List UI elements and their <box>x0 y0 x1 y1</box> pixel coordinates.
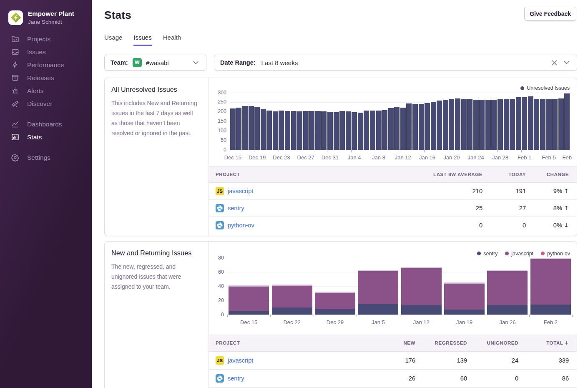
change-cell: 8% ↑ <box>526 200 577 217</box>
bar-Jan 13 <box>406 93 412 150</box>
bar-Dec 20 <box>261 93 266 150</box>
panel-unresolved-summary: All Unresolved Issues This includes New … <box>105 78 209 236</box>
bar-Jan 4 <box>352 93 357 150</box>
sidebar-item-projects[interactable]: Projects <box>0 33 92 45</box>
x-axis-label: Dec 27 <box>297 154 314 161</box>
y-axis-label: 100 <box>209 128 226 134</box>
sidebar-item-label: Performance <box>27 61 64 69</box>
legend-label: sentry <box>483 251 498 257</box>
panel-unresolved-description: This includes New and Returning issues i… <box>111 98 198 138</box>
project-link[interactable]: javascript <box>228 357 253 364</box>
bar-segment-Unresolved Issues <box>358 113 363 150</box>
bar-Jan 23 <box>467 93 472 150</box>
bar-Jan 8 <box>376 93 382 150</box>
sidebar-item-performance[interactable]: Performance <box>0 58 92 71</box>
legend-item-python-ov[interactable]: python-ov <box>541 251 570 257</box>
table-cell: 27 <box>482 200 526 217</box>
panel-all-unresolved-issues: All Unresolved Issues This includes New … <box>104 78 577 236</box>
x-axis-label: Feb <box>563 154 572 161</box>
bar-segment-Unresolved Issues <box>491 100 497 150</box>
bar-Jan 1 <box>334 93 339 150</box>
tab-usage[interactable]: Usage <box>104 34 122 46</box>
project-link[interactable]: python-ov <box>228 222 254 229</box>
bar-Dec 29 <box>315 93 321 150</box>
sidebar-item-label: Alerts <box>27 87 44 95</box>
bar-Jan 14 <box>412 93 418 150</box>
bar-Dec 22 <box>272 258 312 315</box>
bar-segment-Unresolved Issues <box>273 111 278 150</box>
table-row-javascript: JSjavascript2101919% ↑ <box>209 183 577 200</box>
legend-dot <box>520 86 524 90</box>
nav-section: DashboardsStats <box>0 118 92 144</box>
bar-segment-Unresolved Issues <box>230 108 236 150</box>
sidebar-item-settings[interactable]: Settings <box>0 151 92 164</box>
bar-Jan 26 <box>485 93 491 150</box>
x-axis-tick <box>497 150 498 152</box>
bar-segment-sentry <box>401 305 442 315</box>
archive-icon <box>11 74 19 82</box>
bar-Jan 3 <box>346 93 351 150</box>
siren-icon <box>11 87 19 95</box>
sidebar-item-discover[interactable]: Discover <box>0 97 92 110</box>
sidebar-item-stats[interactable]: Stats <box>0 131 92 144</box>
bar-Dec 15 <box>229 258 269 315</box>
bar-Dec 17 <box>242 93 248 150</box>
x-axis-tick <box>564 150 564 152</box>
x-axis-tick <box>351 150 352 152</box>
bar-segment-Unresolved Issues <box>406 103 412 150</box>
change-cell: 9% ↑ <box>526 183 577 200</box>
bar-Feb 6 <box>552 93 558 150</box>
bar-segment-Unresolved Issues <box>364 111 369 150</box>
legend-item-javascript[interactable]: javascript <box>505 251 533 257</box>
clear-icon[interactable] <box>550 58 559 67</box>
sidebar-item-releases[interactable]: Releases <box>0 71 92 84</box>
tab-issues[interactable]: Issues <box>133 34 151 46</box>
bar-segment-Unresolved Issues <box>510 99 515 150</box>
team-filter-label: Team: <box>111 59 128 66</box>
bar-segment-Unresolved Issues <box>254 107 260 150</box>
give-feedback-button[interactable]: Give Feedback <box>524 7 576 21</box>
column-header-total[interactable]: Total↓ <box>518 335 577 351</box>
date-range-filter[interactable]: Date Range: Last 8 weeks <box>214 55 577 71</box>
org-switcher[interactable]: Empower Plant Jane Schmidt <box>0 10 92 25</box>
python-platform-icon-wrap <box>216 221 224 229</box>
bar-segment-Unresolved Issues <box>346 111 351 150</box>
sidebar-item-dashboards[interactable]: Dashboards <box>0 118 92 131</box>
x-axis-tick <box>270 315 271 317</box>
legend-item-unresolved-issues[interactable]: Unresolved Issues <box>520 85 570 91</box>
column-header-regressed: Regressed <box>415 335 467 351</box>
sidebar-item-alerts[interactable]: Alerts <box>0 84 92 97</box>
bar-Jan 27 <box>491 93 497 150</box>
legend-item-sentry[interactable]: sentry <box>477 251 498 257</box>
project-link[interactable]: javascript <box>228 188 253 194</box>
x-axis-label: Jan 4 <box>348 154 361 161</box>
x-axis-label: Jan 16 <box>419 154 435 161</box>
bar-Jan 12 <box>401 258 442 315</box>
bar-segment-Unresolved Issues <box>382 110 387 150</box>
bar-segment-javascript <box>444 283 485 310</box>
bar-segment-Unresolved Issues <box>516 97 521 150</box>
bar-segment-Unresolved Issues <box>528 96 533 150</box>
bar-segment-Unresolved Issues <box>303 111 309 150</box>
project-link[interactable]: sentry <box>228 205 244 212</box>
team-filter[interactable]: Team: W #wasabi <box>104 55 206 71</box>
project-link[interactable]: sentry <box>228 375 244 382</box>
table-cell: 0 <box>382 217 482 234</box>
x-axis-label: Jan 5 <box>372 319 385 325</box>
line-chart-icon <box>11 120 19 128</box>
tab-health[interactable]: Health <box>163 34 181 46</box>
panel-newreturning-summary: New and Returning Issues The new, regres… <box>105 242 209 388</box>
bar-segment-sentry <box>315 309 355 315</box>
bar-Feb 3 <box>534 93 539 150</box>
bar-Jan 15 <box>419 93 424 150</box>
chevron-down-icon <box>562 58 571 67</box>
bar-segment-Unresolved Issues <box>279 111 284 150</box>
sidebar-item-label: Releases <box>27 74 54 82</box>
x-axis-tick <box>473 150 473 152</box>
y-axis-label: 250 <box>209 99 226 105</box>
bar-Jan 10 <box>388 93 394 150</box>
bar-segment-javascript <box>315 292 355 309</box>
sidebar-item-issues[interactable]: Issues <box>0 45 92 58</box>
bar-Jan 25 <box>479 93 485 150</box>
bar-Jan 30 <box>510 93 515 150</box>
